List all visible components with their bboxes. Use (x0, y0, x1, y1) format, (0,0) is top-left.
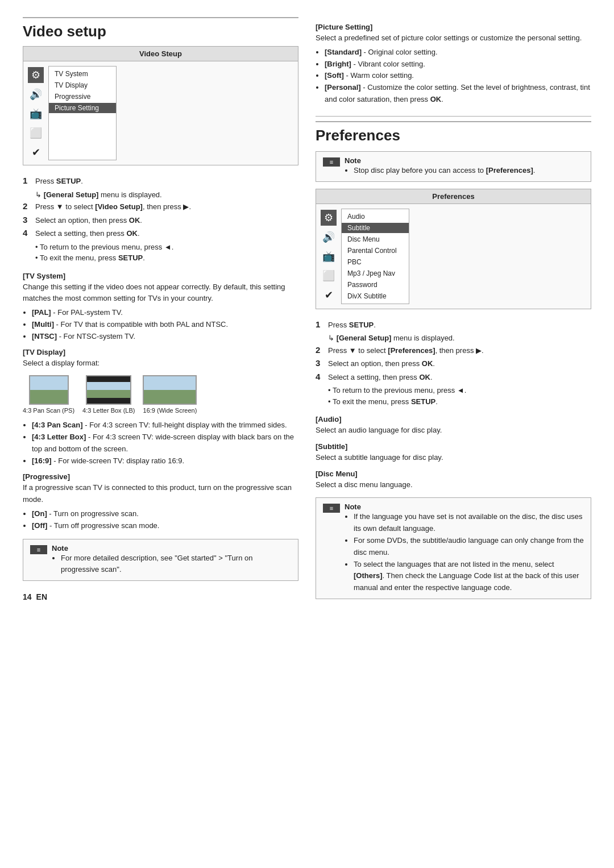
tv-ps-scene (30, 376, 68, 404)
tv-ps-wrap: 4:3 Pan Scan (PS) (23, 375, 74, 414)
note-label-left: Note (52, 544, 68, 553)
menu-item-pbc[interactable]: PBC (342, 257, 409, 267)
pref-step-4-sub-1: • To return to the previous menu, press … (328, 385, 591, 396)
pref-step-2-text: Press ▼ to select [Preferences], then pr… (328, 345, 484, 356)
menu-item-audio[interactable]: Audio (342, 211, 409, 222)
tv-display-bullets: [4:3 Pan Scan] - For 4:3 screen TV: full… (32, 420, 298, 467)
menu-item-tv-display[interactable]: TV Display (49, 80, 116, 90)
gear-icon-right: ⚙ (321, 210, 337, 226)
preferences-note-box: ≡ Note Stop disc play before you can acc… (316, 151, 591, 182)
progressive-bullet-1: [On] - Turn on progressive scan. (32, 508, 298, 520)
note-bullet-pref-1: Stop disc play before you can access to … (354, 165, 535, 177)
preferences-menu-items: Audio Subtitle Disc Menu Parental Contro… (341, 209, 409, 304)
progressive-description: If a progressive scan TV is connected to… (23, 482, 298, 506)
pref-step-num-3: 3 (316, 358, 328, 368)
note-label-pref: Note (345, 156, 361, 165)
tv-display-bullet-2: [4:3 Letter Box] - For 4:3 screen TV: wi… (32, 431, 298, 455)
picture-setting-title: [Picture Setting] (316, 23, 591, 31)
note-bullet-pref2-2: For some DVDs, the subtitle/audio langua… (354, 535, 584, 559)
step-2-text: Press ▼ to select [Video Setup], then pr… (35, 201, 191, 213)
progressive-bullet-2: [Off] - Turn off progressive scan mode. (32, 520, 298, 532)
step-4-sub-1: • To return to the previous menu, press … (35, 242, 298, 253)
video-setup-menu-items: TV System TV Display Progressive Picture… (48, 66, 117, 160)
pref-step-num-1: 1 (316, 319, 328, 329)
step-4-text: Select a setting, then press OK. (35, 228, 140, 239)
step-4: 4 Select a setting, then press OK. (23, 228, 298, 239)
note-bullet-pref2-1: If the language you have set is not avai… (354, 511, 584, 535)
preferences-menu-title: Preferences (316, 189, 591, 204)
step-num-3: 3 (23, 215, 35, 225)
tv-display-images: 4:3 Pan Scan (PS) 4:3 Letter Box (LB) 16… (23, 375, 298, 414)
menu-item-picture-setting[interactable]: Picture Setting (49, 103, 116, 113)
pref-step-num-4: 4 (316, 372, 328, 381)
step-num-4: 4 (23, 228, 35, 238)
tv-system-bullet-3: [NTSC] - For NTSC-system TV. (32, 331, 298, 343)
progressive-bullets: [On] - Turn on progressive scan. [Off] -… (32, 508, 298, 532)
menu-item-password[interactable]: Password (342, 280, 409, 290)
blank-icon: ⬜ (28, 125, 44, 141)
blank-icon-right: ⬜ (321, 268, 337, 284)
audio-icon-right: 🔊 (321, 229, 337, 245)
progressive-title: [Progressive] (23, 472, 298, 481)
pref-step-1: 1 Press SETUP. (316, 319, 591, 331)
gear-icon: ⚙ (28, 67, 44, 83)
tv-system-bullet-2: [Multi] - For TV that is compatible with… (32, 319, 298, 331)
tv-ps-screen (29, 375, 69, 405)
menu-item-divx-subtitle[interactable]: DivX Subtitle (342, 291, 409, 301)
step-3: 3 Select an option, then press OK. (23, 215, 298, 226)
menu-item-tv-system[interactable]: TV System (49, 69, 116, 79)
preferences-steps: 1 Press SETUP. [General Setup] menu is d… (316, 319, 591, 408)
lb-bar-bottom (87, 398, 130, 404)
tv-display-bullet-3: [16:9] - For wide-screen TV: display rat… (32, 455, 298, 467)
pref-step-2: 2 Press ▼ to select [Preferences], then … (316, 345, 591, 356)
audio-icon: 🔊 (28, 86, 44, 102)
tv-system-bullets: [PAL] - For PAL-system TV. [Multi] - For… (32, 307, 298, 342)
pref-step-3: 3 Select an option, then press OK. (316, 358, 591, 369)
step-4-sub-2: • To exit the menu, press SETUP. (35, 252, 298, 264)
step-1-sub: [General Setup] menu is displayed. (23, 189, 298, 201)
menu-item-progressive[interactable]: Progressive (49, 92, 116, 102)
note-content-left: For more detailed description, see "Get … (52, 553, 291, 576)
left-column: Video setup Video Steup ⚙ 🔊 📺 ⬜ ✔ TV Sys… (23, 17, 298, 606)
tv-lb-screen (86, 375, 131, 405)
tv-display-description: Select a display format: (23, 358, 298, 369)
display-icon-right: 📺 (321, 248, 337, 264)
step-4-subs: • To return to the previous menu, press … (23, 242, 298, 264)
picture-setting-description: Select a predefined set of picture color… (316, 32, 591, 44)
tv-ws-wrap: 16:9 (Wide Screen) (143, 375, 197, 414)
display-icon: 📺 (28, 106, 44, 122)
menu-item-disc-menu[interactable]: Disc Menu (342, 234, 409, 244)
note-bullet-left-1: For more detailed description, see "Get … (61, 553, 291, 576)
note-label-pref2: Note (345, 502, 361, 511)
video-setup-steps: 1 Press SETUP. [General Setup] menu is d… (23, 176, 298, 264)
note-icon-left: ≡ (30, 545, 47, 554)
page-number: 14 (23, 592, 32, 601)
disc-menu-description: Select a disc menu language. (316, 479, 591, 491)
video-setup-menu-title: Video Steup (23, 47, 298, 61)
menu-item-subtitle[interactable]: Subtitle (342, 223, 409, 233)
video-setup-menu-box: Video Steup ⚙ 🔊 📺 ⬜ ✔ TV System TV Displ… (23, 46, 298, 165)
disc-menu-title: [Disc Menu] (316, 470, 591, 478)
tv-ws-screen (143, 375, 197, 405)
picture-setting-bullet-4: [Personal] - Customize the color setting… (325, 82, 591, 106)
pref-step-4-sub-2: • To exit the menu, press SETUP. (328, 396, 591, 408)
tv-system-description: Change this setting if the video does no… (23, 281, 298, 305)
section-divider (316, 116, 591, 117)
picture-setting-bullets: [Standard] - Original color setting. [Br… (325, 47, 591, 106)
picture-setting-bullet-1: [Standard] - Original color setting. (325, 47, 591, 59)
preferences-note-box-2: ≡ Note If the language you have set is n… (316, 497, 591, 599)
lb-inner (87, 382, 130, 398)
audio-description: Select an audio language for disc play. (316, 425, 591, 437)
menu-item-mp3-jpeg-nav[interactable]: Mp3 / Jpeg Nav (342, 268, 409, 279)
pref-step-1-text: Press SETUP. (328, 319, 376, 331)
note-icon-pref: ≡ (323, 157, 340, 167)
tv-display-bullet-1: [4:3 Pan Scan] - For 4:3 screen TV: full… (32, 420, 298, 431)
right-column: [Picture Setting] Select a predefined se… (316, 17, 591, 606)
step-1-text: Press SETUP. (35, 176, 83, 187)
menu-item-parental-control[interactable]: Parental Control (342, 246, 409, 256)
pref-step-num-2: 2 (316, 345, 328, 355)
note-bullet-pref2-3: To select the languages that are not lis… (354, 559, 584, 594)
subtitle-description: Select a subtitle language for disc play… (316, 452, 591, 464)
step-3-text: Select an option, then press OK. (35, 215, 142, 226)
lb-bar-top (87, 376, 130, 382)
